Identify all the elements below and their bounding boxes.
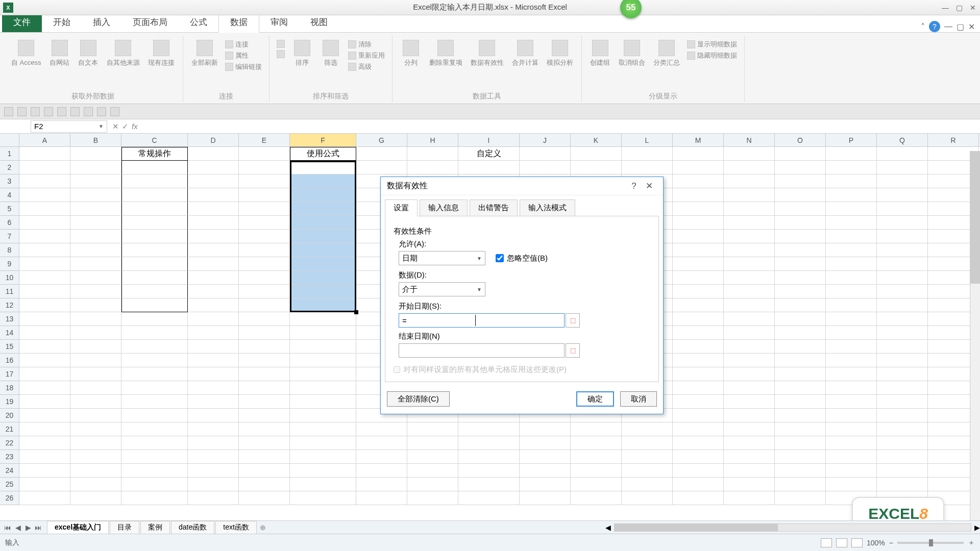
cell[interactable] [188,436,239,450]
cell[interactable] [724,409,775,422]
cell[interactable] [70,202,121,216]
sheet-nav-next-icon[interactable]: ▶ [23,523,33,532]
cell[interactable] [520,147,571,161]
cancel-button[interactable]: 取消 [620,391,657,407]
btn-refresh-all[interactable]: 全部刷新 [188,38,221,69]
cell[interactable] [673,395,724,409]
cell[interactable] [877,216,928,230]
cell[interactable] [19,464,70,478]
row-header[interactable]: 19 [0,395,19,409]
cell[interactable] [877,230,928,243]
cell[interactable] [70,188,121,202]
cell[interactable] [571,161,622,174]
cell[interactable] [724,381,775,395]
row-header[interactable]: 23 [0,450,19,464]
cell[interactable] [239,464,290,478]
restore-icon[interactable]: ▢ [956,4,963,12]
cell[interactable] [70,409,121,422]
cell[interactable] [775,216,826,230]
cell[interactable] [121,422,188,436]
row-header[interactable]: 9 [0,257,19,271]
cell[interactable] [121,478,188,491]
cell[interactable] [290,409,356,422]
scrollbar-thumb[interactable] [970,151,980,284]
cell[interactable] [70,464,121,478]
ignore-blank-input[interactable] [496,254,504,262]
clear-all-button[interactable]: 全部清除(C) [387,391,450,407]
cell[interactable] [70,312,121,326]
cell[interactable] [826,436,877,450]
cell[interactable] [188,257,239,271]
cell[interactable] [673,202,724,216]
cell[interactable] [188,285,239,298]
zoom-in-icon[interactable]: ＋ [968,538,975,547]
cell[interactable] [290,381,356,395]
scroll-left-icon[interactable]: ◀ [605,523,611,532]
cell[interactable] [188,367,239,381]
cell[interactable] [775,340,826,354]
col-header[interactable]: H [407,134,458,146]
cell[interactable] [877,367,928,381]
cell[interactable] [775,491,826,505]
btn-remove-dup[interactable]: 删除重复项 [426,38,465,69]
col-header[interactable]: A [19,134,70,146]
cell[interactable] [877,395,928,409]
select-all-corner[interactable] [0,134,19,146]
cell[interactable] [19,422,70,436]
cell[interactable] [290,491,356,505]
cell[interactable] [290,174,356,188]
cell[interactable] [724,230,775,243]
cell[interactable] [19,436,70,450]
cell[interactable] [188,216,239,230]
cell[interactable] [826,464,877,478]
cell[interactable] [673,422,724,436]
cell[interactable] [622,450,673,464]
cell[interactable] [239,395,290,409]
chevron-down-icon[interactable]: ▼ [99,123,104,129]
col-header[interactable]: Q [877,134,928,146]
cell[interactable] [571,478,622,491]
qat-icon[interactable] [70,107,80,116]
cell[interactable] [877,147,928,161]
cell[interactable] [188,271,239,285]
cell[interactable] [121,436,188,450]
cell[interactable] [673,450,724,464]
formula-bar[interactable]: ✕ ✓ fx [112,122,138,131]
cell[interactable] [673,491,724,505]
cell[interactable] [19,312,70,326]
btn-sort[interactable]: 排序 [289,38,315,69]
cell[interactable] [239,161,290,174]
cell[interactable] [70,230,121,243]
cell[interactable] [724,395,775,409]
cell[interactable] [188,326,239,340]
cell[interactable] [775,436,826,450]
cell[interactable] [356,450,407,464]
cell[interactable] [520,161,571,174]
cell[interactable] [70,326,121,340]
cell[interactable] [775,257,826,271]
cell[interactable] [724,450,775,464]
cell[interactable] [188,230,239,243]
cell[interactable] [775,367,826,381]
cell[interactable] [673,257,724,271]
btn-consolidate[interactable]: 合并计算 [509,38,542,69]
btn-filter[interactable]: 筛选 [317,38,344,69]
cell[interactable] [458,491,520,505]
sheet-nav-last-icon[interactable]: ⏭ [34,523,43,532]
cell[interactable] [877,202,928,216]
cell[interactable] [70,395,121,409]
row-header[interactable]: 8 [0,243,19,257]
cell[interactable] [826,230,877,243]
btn-clear[interactable]: 清除 [348,40,385,49]
cell[interactable] [121,174,188,188]
scroll-right-icon[interactable]: ▶ [974,523,980,532]
cell[interactable] [826,312,877,326]
cell[interactable] [239,257,290,271]
cell[interactable] [19,298,70,312]
cell[interactable] [19,478,70,491]
zoom-slider[interactable] [897,542,964,544]
col-header[interactable]: L [622,134,673,146]
cell[interactable] [290,312,356,326]
cell[interactable] [673,216,724,230]
btn-whatif[interactable]: 模拟分析 [544,38,576,69]
